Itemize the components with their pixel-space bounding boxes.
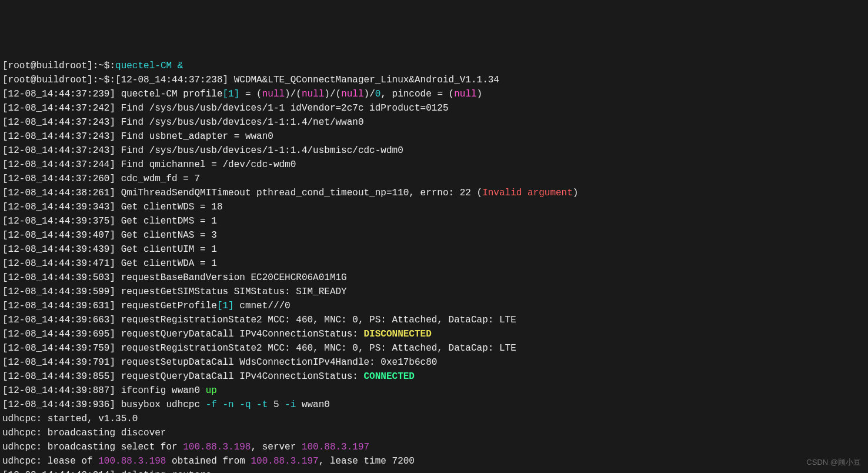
log-line: [12-08_14:44:37:244] Find qmichannel = /… [2, 158, 866, 172]
log-line: [12-08_14:44:37:260] cdc_wdm_fd = 7 [2, 172, 866, 186]
log-line: [12-08_14:44:39:407] Get clientNAS = 3 [2, 228, 866, 242]
log-line: [12-08_14:44:37:243] Find usbnet_adapter… [2, 129, 866, 144]
log-line: [12-08_14:44:39:887] ifconfig wwan0 up [2, 384, 866, 398]
log-line: [12-08_14:44:39:439] Get clientUIM = 1 [2, 242, 866, 257]
log-line: [12-08_14:44:37:242] Find /sys/bus/usb/d… [2, 101, 866, 115]
terminal-output[interactable]: [root@buildroot]:~$:quectel-CM &[root@bu… [2, 59, 866, 473]
log-line: [12-08_14:44:39:759] requestRegistration… [2, 341, 866, 355]
log-line: [12-08_14:44:39:791] requestSetupDataCal… [2, 355, 866, 369]
log-line: [12-08_14:44:39:471] Get clientWDA = 1 [2, 257, 866, 271]
log-line: [12-08_14:44:39:343] Get clientWDS = 18 [2, 200, 866, 214]
log-line: [12-08_14:44:39:375] Get clientDMS = 1 [2, 214, 866, 228]
watermark: CSDN @顾小豆 [806, 455, 861, 469]
log-line: [12-08_14:44:39:503] requestBaseBandVers… [2, 271, 866, 285]
prompt-line-2: [root@buildroot]:~$:[12-08_14:44:37:238]… [2, 73, 866, 87]
log-line: [12-08_14:44:39:599] requestGetSIMStatus… [2, 285, 866, 299]
log-line: [12-08_14:44:37:239] quectel-CM profile[… [2, 87, 866, 101]
log-line: [12-08_14:44:39:631] requestGetProfile[1… [2, 299, 866, 313]
log-line: [12-08_14:44:40:314] deleting routers [2, 468, 866, 473]
log-line: udhcpc: started, v1.35.0 [2, 412, 866, 426]
log-line: [12-08_14:44:39:855] requestQueryDataCal… [2, 369, 866, 384]
log-line: udhcpc: broadcasting select for 100.88.3… [2, 440, 866, 454]
log-line: [12-08_14:44:39:695] requestQueryDataCal… [2, 327, 866, 341]
log-line: udhcpc: lease of 100.88.3.198 obtained f… [2, 454, 866, 468]
prompt-line-1: [root@buildroot]:~$:quectel-CM & [2, 59, 866, 73]
log-line: [12-08_14:44:37:243] Find /sys/bus/usb/d… [2, 115, 866, 129]
log-line: [12-08_14:44:37:243] Find /sys/bus/usb/d… [2, 144, 866, 158]
log-line: [12-08_14:44:39:936] busybox udhcpc -f -… [2, 398, 866, 412]
log-line: [12-08_14:44:38:261] QmiThreadSendQMITim… [2, 186, 866, 200]
log-line: [12-08_14:44:39:663] requestRegistration… [2, 313, 866, 327]
log-line: udhcpc: broadcasting discover [2, 426, 866, 440]
